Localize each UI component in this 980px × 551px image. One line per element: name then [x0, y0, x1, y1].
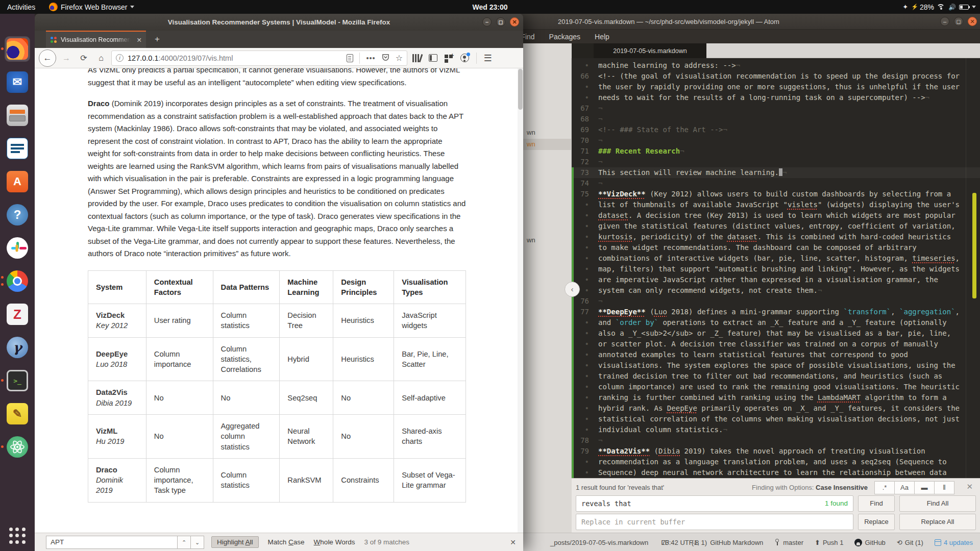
system-tray[interactable]: ✦ ⚡28% 🔊	[902, 0, 976, 14]
dock-item-firefox[interactable]	[5, 37, 30, 61]
library-icon[interactable]	[412, 54, 422, 62]
reader-mode-icon[interactable]	[347, 54, 353, 62]
status-git-branch[interactable]: master	[774, 539, 803, 546]
page-scrollbar[interactable]	[518, 68, 523, 533]
editor-line[interactable]: •statistical correlation of the columns …	[572, 414, 980, 424]
status-encoding[interactable]: UTF-8	[680, 539, 699, 546]
menu-hamburger-icon[interactable]: ☰	[484, 53, 492, 64]
editor-line[interactable]: 69<!-- ### State of the Art -->¬	[572, 124, 980, 135]
editor-line[interactable]: •visualisations. The system explores the…	[572, 360, 980, 371]
dock-item-files[interactable]	[5, 103, 30, 128]
editor-line[interactable]: •map, filters) that support "automatic b…	[572, 264, 980, 274]
home-button[interactable]: ⌂	[94, 51, 108, 65]
status-github[interactable]: GitHub	[854, 539, 885, 546]
editor-line[interactable]: •to make widget recommendations. The das…	[572, 242, 980, 253]
find-input[interactable]: APT	[46, 536, 178, 549]
pocket-icon[interactable]	[382, 54, 389, 63]
site-info-icon[interactable]: i	[116, 54, 124, 62]
whole-word-option-button[interactable]: ⫴	[934, 481, 954, 494]
close-find-panel-icon[interactable]: ✕	[966, 482, 973, 491]
editor-line[interactable]: •system can only recommend widgets, not …	[572, 285, 980, 296]
screenshots-icon[interactable]: +	[445, 54, 453, 62]
account-icon[interactable]	[460, 54, 469, 62]
dock-item-atom[interactable]	[5, 435, 30, 459]
editor-line[interactable]: 72¬	[572, 157, 980, 167]
minimize-button[interactable]: –	[940, 17, 949, 26]
battery-indicator[interactable]: ⚡28%	[911, 3, 934, 11]
page-content[interactable]: As VizML only predicts a partial specifi…	[35, 68, 523, 533]
editor-line[interactable]: •column importance) are used to rank the…	[572, 382, 980, 392]
close-button[interactable]: ✕	[968, 17, 977, 26]
find-button[interactable]: Find	[858, 495, 895, 512]
status-file-path[interactable]: _posts/2019-07-05-vis.markdown	[550, 539, 648, 546]
editor-line[interactable]: •individual column statistics.¬	[572, 424, 980, 435]
editor-line[interactable]: •machine learning to address: -->¬	[572, 60, 980, 71]
editor-line[interactable]: •the user by rapidly providing one or mo…	[572, 82, 980, 92]
clock[interactable]: Wed 23:00	[473, 0, 508, 14]
editor-line[interactable]: •hybrid rank. As DeepEye primarily opera…	[572, 403, 980, 414]
editor-line[interactable]: •also a _Y_<sub>2</sub> or _Z_ feature) …	[572, 328, 980, 339]
url-bar[interactable]: i 127.0.0.1:4000/2019/07/vis.html ••• ☆	[111, 51, 407, 66]
dock-item-zotero[interactable]: Z	[5, 302, 30, 327]
replace-all-button[interactable]: Replace All	[899, 514, 976, 530]
find-previous-button[interactable]: ⌃	[177, 536, 191, 549]
dock-item-libreoffice-writer[interactable]	[5, 136, 30, 161]
highlight-all-toggle[interactable]: Highlight All	[211, 536, 259, 548]
regex-option-button[interactable]: .*	[874, 481, 895, 494]
editor-line[interactable]: 73This section will review machine learn…	[572, 167, 980, 178]
selection-option-button[interactable]: ▬	[914, 481, 935, 494]
dock-item-thunderbird[interactable]: ✉	[5, 70, 30, 94]
maximize-button[interactable]: ◻	[954, 17, 963, 26]
editor-line[interactable]: •kurtosis, periodicity) of the dataset. …	[572, 232, 980, 242]
editor-line[interactable]: 66<!-- (the goal of visualisation recomm…	[572, 71, 980, 82]
editor-line[interactable]: 74¬	[572, 178, 980, 189]
status-git[interactable]: ⟲Git (1)	[897, 539, 923, 546]
bookmark-star-icon[interactable]: ☆	[396, 53, 403, 63]
replace-input[interactable]: Replace in current buffer	[576, 514, 853, 530]
new-tab-button[interactable]: +	[151, 33, 163, 45]
dock-item-notes[interactable]: ✎	[5, 402, 30, 426]
dock-item-help[interactable]: ?	[5, 203, 30, 227]
dock-item-ubuntu-software[interactable]: A	[5, 169, 30, 194]
editor-line[interactable]: 70¬	[572, 135, 980, 146]
battery-icon[interactable]	[959, 5, 969, 10]
editor-line[interactable]: •given the statistical features (distinc…	[572, 221, 980, 232]
system-menu-chevron-icon[interactable]	[972, 6, 976, 8]
menu-packages[interactable]: Packages	[542, 33, 587, 41]
find-next-button[interactable]: ⌄	[190, 536, 204, 549]
editor-line[interactable]: 68¬	[572, 114, 980, 124]
editor-line[interactable]: •list of thumbnails of available JavaScr…	[572, 199, 980, 210]
editor-line[interactable]: 67¬	[572, 103, 980, 114]
status-updates[interactable]: 4 updates	[935, 539, 973, 546]
editor-line[interactable]: •needs to wait for the results of a long…	[572, 92, 980, 103]
replace-button[interactable]: Replace	[858, 514, 895, 530]
tab-markdown-file[interactable]: 2019-07-05-vis.markdown	[594, 43, 706, 58]
tree-view-toggle-button[interactable]: ‹	[565, 282, 580, 297]
sidebar-icon[interactable]	[429, 54, 437, 62]
app-indicator-icon[interactable]: ✦	[902, 3, 908, 11]
editor-line[interactable]: •and `order by` operations to extract an…	[572, 317, 980, 328]
editor-line[interactable]: •annotated examples to learn statistical…	[572, 349, 980, 360]
maximize-button[interactable]: ◻	[496, 17, 505, 27]
focused-app-menu[interactable]: Firefox Web Browser	[49, 0, 134, 14]
editor-line[interactable]: •trained decision tree to filter out bad…	[572, 371, 980, 382]
editor-line[interactable]: 77**DeepEye** (Luo 2018) defines a mini-…	[572, 307, 980, 317]
activities-button[interactable]: Activities	[0, 0, 42, 14]
active-tab[interactable]: Visualisation Recommen ✕	[46, 31, 146, 48]
dock-item-globe-app[interactable]: γ	[5, 335, 30, 360]
show-applications-button[interactable]	[7, 525, 28, 546]
close-button[interactable]: ✕	[510, 17, 519, 27]
reload-button[interactable]: ⟳	[77, 51, 91, 65]
editor-line[interactable]: •dataset. A decision tree (Key 2013) is …	[572, 210, 980, 221]
forward-button[interactable]: →	[59, 51, 74, 65]
page-actions-icon[interactable]: •••	[366, 54, 375, 62]
status-push[interactable]: ⬆Push 1	[815, 539, 843, 546]
editor-line[interactable]: 76¬	[572, 296, 980, 307]
editor-line[interactable]: •combinations of interactive widgets (ba…	[572, 253, 980, 264]
editor-line[interactable]: 79**Data2Vis** (Dibia 2019) takes the no…	[572, 446, 980, 457]
editor-pane[interactable]: •machine learning to address: -->¬66<!--…	[572, 58, 980, 478]
find-all-button[interactable]: Find All	[899, 495, 976, 512]
menu-help[interactable]: Help	[587, 33, 617, 41]
firefox-title-bar[interactable]: Visualisation Recommender Systems | Visu…	[35, 14, 523, 31]
dock-item-slack[interactable]	[5, 236, 30, 260]
